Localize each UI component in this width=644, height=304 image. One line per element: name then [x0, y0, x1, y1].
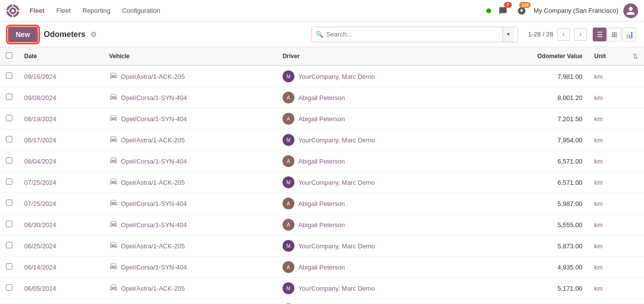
list-view-button[interactable]: ☰: [593, 28, 607, 41]
cell-driver[interactable]: MYourCompany, Marc Demo: [277, 236, 478, 257]
table-row[interactable]: 08/19/2024 Opel/Corsa/1-SYN-404AAbigail …: [0, 108, 644, 130]
select-all-checkbox-header[interactable]: [0, 47, 18, 66]
row-checkbox[interactable]: [6, 115, 12, 121]
nav-reporting[interactable]: Reporting: [77, 4, 115, 17]
cell-vehicle[interactable]: Opel/Corsa/1-SYN-404: [103, 87, 277, 108]
cell-unit: km: [588, 299, 644, 304]
col-vehicle[interactable]: Vehicle: [103, 47, 277, 66]
col-odometer-value[interactable]: Odometer Value: [478, 47, 588, 66]
cell-date: 08/04/2024: [18, 151, 103, 172]
driver-name: Abigail Peterson: [298, 264, 345, 271]
activities-button[interactable]: 128: [515, 4, 529, 18]
driver-name: Abigail Peterson: [298, 221, 345, 229]
row-checkbox[interactable]: [6, 136, 12, 142]
vehicle-icon: [109, 177, 118, 188]
cell-date: 06/05/2024: [18, 278, 103, 299]
cell-date: 05/21/2024: [18, 299, 103, 304]
nav-fleet-1[interactable]: Fleet: [25, 4, 49, 17]
search-icon: 🔍: [316, 31, 323, 38]
new-button[interactable]: New: [8, 27, 38, 42]
cell-vehicle[interactable]: Opel/Corsa/1-SYN-404: [103, 193, 277, 214]
row-checkbox[interactable]: [6, 178, 12, 185]
cell-vehicle[interactable]: Opel/Corsa/1-SYN-404: [103, 257, 277, 278]
cell-odometer-value: 8,001.20: [478, 87, 588, 108]
cell-driver[interactable]: MYourCompany, Marc Demo: [277, 66, 478, 87]
next-page-button[interactable]: ›: [574, 28, 587, 41]
table-row[interactable]: 07/25/2024 Opel/Astra/1-ACK-205MYourComp…: [0, 172, 644, 193]
cell-vehicle[interactable]: Opel/Astra/1-ACK-205: [103, 172, 277, 193]
driver-name: YourCompany, Marc Demo: [298, 285, 375, 292]
nav-configuration[interactable]: Configuration: [117, 4, 165, 17]
table-row[interactable]: 06/25/2024 Opel/Astra/1-ACK-205MYourComp…: [0, 236, 644, 257]
cell-date: 06/25/2024: [18, 236, 103, 257]
settings-icon[interactable]: ⚙: [90, 30, 97, 39]
search-dropdown-button[interactable]: ▾: [502, 27, 514, 42]
cell-vehicle[interactable]: Opel/Astra/1-ACK-205: [103, 236, 277, 257]
table-row[interactable]: 09/16/2024 Opel/Astra/1-ACK-205MYourComp…: [0, 66, 644, 87]
table-row[interactable]: 05/21/2024 Opel/Astra/1-ACK-205MYourComp…: [0, 299, 644, 304]
cell-driver[interactable]: AAbigail Peterson: [277, 257, 478, 278]
cell-driver[interactable]: MYourCompany, Marc Demo: [277, 278, 478, 299]
col-date[interactable]: Date: [18, 47, 103, 66]
user-avatar[interactable]: [623, 3, 638, 18]
cell-driver[interactable]: AAbigail Peterson: [277, 151, 478, 172]
top-navigation: Fleet Fleet Reporting Configuration 7 12…: [0, 0, 644, 22]
cell-driver[interactable]: MYourCompany, Marc Demo: [277, 172, 478, 193]
row-checkbox[interactable]: [6, 72, 12, 79]
company-selector[interactable]: My Company (San Francisco): [534, 7, 618, 14]
table-row[interactable]: 06/14/2024 Opel/Corsa/1-SYN-404AAbigail …: [0, 257, 644, 278]
vehicle-icon: [109, 113, 118, 124]
row-checkbox[interactable]: [6, 263, 12, 270]
nav-fleet-2[interactable]: Fleet: [51, 4, 75, 17]
table-row[interactable]: 06/30/2024 Opel/Corsa/1-SYN-404AAbigail …: [0, 214, 644, 236]
vehicle-icon: [109, 198, 118, 209]
cell-driver[interactable]: AAbigail Peterson: [277, 108, 478, 130]
prev-page-button[interactable]: ‹: [557, 28, 570, 41]
row-checkbox[interactable]: [6, 242, 12, 248]
odometers-table: Date Vehicle Driver Odometer Value Unit …: [0, 47, 644, 304]
cell-driver[interactable]: MYourCompany, Marc Demo: [277, 130, 478, 151]
col-unit[interactable]: Unit ⇅: [588, 47, 644, 66]
svg-point-2: [11, 9, 14, 12]
row-checkbox[interactable]: [6, 200, 12, 206]
vehicle-name: Opel/Astra/1-ACK-205: [121, 285, 184, 292]
table-row[interactable]: 08/04/2024 Opel/Corsa/1-SYN-404AAbigail …: [0, 151, 644, 172]
driver-avatar: M: [283, 134, 294, 146]
cell-odometer-value: 6,571.00: [478, 151, 588, 172]
cell-vehicle[interactable]: Opel/Corsa/1-SYN-404: [103, 214, 277, 236]
kanban-view-button[interactable]: ⊞: [608, 28, 621, 41]
row-checkbox[interactable]: [6, 284, 12, 291]
cell-driver[interactable]: MYourCompany, Marc Demo: [277, 299, 478, 304]
cell-driver[interactable]: AAbigail Peterson: [277, 87, 478, 108]
search-input[interactable]: [326, 31, 500, 38]
graph-view-button[interactable]: 📊: [622, 28, 636, 41]
cell-vehicle[interactable]: Opel/Astra/1-ACK-205: [103, 66, 277, 87]
cell-unit: km: [588, 108, 644, 130]
table-row[interactable]: 08/17/2024 Opel/Astra/1-ACK-205MYourComp…: [0, 130, 644, 151]
messages-button[interactable]: 7: [496, 4, 510, 18]
cell-vehicle[interactable]: Opel/Astra/1-ACK-205: [103, 299, 277, 304]
cell-odometer-value: 6,571.00: [478, 172, 588, 193]
col-filter-icon[interactable]: ⇅: [633, 53, 638, 60]
col-driver[interactable]: Driver: [277, 47, 478, 66]
cell-driver[interactable]: AAbigail Peterson: [277, 193, 478, 214]
driver-avatar: M: [283, 176, 294, 188]
vehicle-icon: [109, 92, 118, 103]
row-checkbox[interactable]: [6, 94, 12, 100]
cell-vehicle[interactable]: Opel/Astra/1-ACK-205: [103, 278, 277, 299]
cell-odometer-value: 4,935.00: [478, 257, 588, 278]
cell-driver[interactable]: AAbigail Peterson: [277, 214, 478, 236]
cell-unit: km: [588, 278, 644, 299]
table-row[interactable]: 09/08/2024 Opel/Corsa/1-SYN-404AAbigail …: [0, 87, 644, 108]
cell-vehicle[interactable]: Opel/Corsa/1-SYN-404: [103, 151, 277, 172]
search-bar: 🔍 ▾: [311, 27, 518, 42]
row-checkbox[interactable]: [6, 157, 12, 164]
table-row[interactable]: 07/25/2024 Opel/Corsa/1-SYN-404AAbigail …: [0, 193, 644, 214]
app-logo[interactable]: [6, 4, 20, 18]
select-all-checkbox[interactable]: [6, 52, 12, 59]
cell-unit: km: [588, 130, 644, 151]
table-row[interactable]: 06/05/2024 Opel/Astra/1-ACK-205MYourComp…: [0, 278, 644, 299]
cell-vehicle[interactable]: Opel/Corsa/1-SYN-404: [103, 108, 277, 130]
cell-vehicle[interactable]: Opel/Astra/1-ACK-205: [103, 130, 277, 151]
row-checkbox[interactable]: [6, 221, 12, 227]
